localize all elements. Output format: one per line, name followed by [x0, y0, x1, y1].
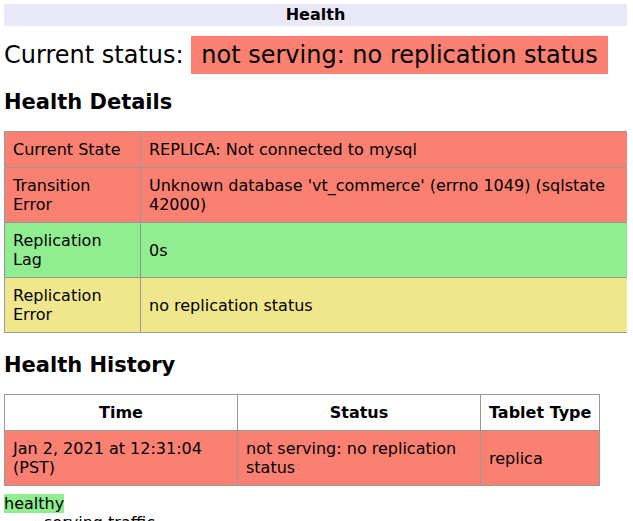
table-row: Replication Error no replication status [5, 278, 628, 333]
health-details-heading: Health Details [4, 90, 627, 114]
history-status: not serving: no replication status [238, 431, 481, 486]
detail-value: no replication status [141, 278, 628, 333]
column-header-tablet-type: Tablet Type [481, 395, 600, 431]
page-title-bar: Health [4, 4, 627, 26]
table-row: Jan 2, 2021 at 12:31:04 (PST) not servin… [5, 431, 600, 486]
status-legend: healthy serving traffic. unhappy will se… [4, 494, 627, 521]
column-header-time: Time [5, 395, 238, 431]
current-status-line: Current status: not serving: no replicat… [4, 40, 627, 70]
page-title: Health [286, 5, 346, 24]
detail-value: 0s [141, 223, 628, 278]
column-header-status: Status [238, 395, 481, 431]
table-row: Current State REPLICA: Not connected to … [5, 132, 628, 168]
legend-term-healthy: healthy [4, 494, 64, 513]
detail-value: Unknown database 'vt_commerce' (errno 10… [141, 168, 628, 223]
detail-label: Replication Error [5, 278, 141, 333]
legend-term: healthy [4, 494, 627, 513]
health-history-table: Time Status Tablet Type Jan 2, 2021 at 1… [4, 394, 600, 486]
legend-description: serving traffic. [44, 513, 627, 521]
health-history-heading: Health History [4, 353, 627, 377]
table-row: Replication Lag 0s [5, 223, 628, 278]
history-time: Jan 2, 2021 at 12:31:04 (PST) [5, 431, 238, 486]
current-status-label: Current status: [4, 41, 184, 69]
health-details-table: Current State REPLICA: Not connected to … [4, 131, 627, 333]
current-status-badge: not serving: no replication status [191, 36, 608, 74]
detail-label: Replication Lag [5, 223, 141, 278]
detail-value: REPLICA: Not connected to mysql [141, 132, 628, 168]
detail-label: Current State [5, 132, 141, 168]
table-row: Transition Error Unknown database 'vt_co… [5, 168, 628, 223]
history-tablet-type: replica [481, 431, 600, 486]
detail-label: Transition Error [5, 168, 141, 223]
table-header-row: Time Status Tablet Type [5, 395, 600, 431]
